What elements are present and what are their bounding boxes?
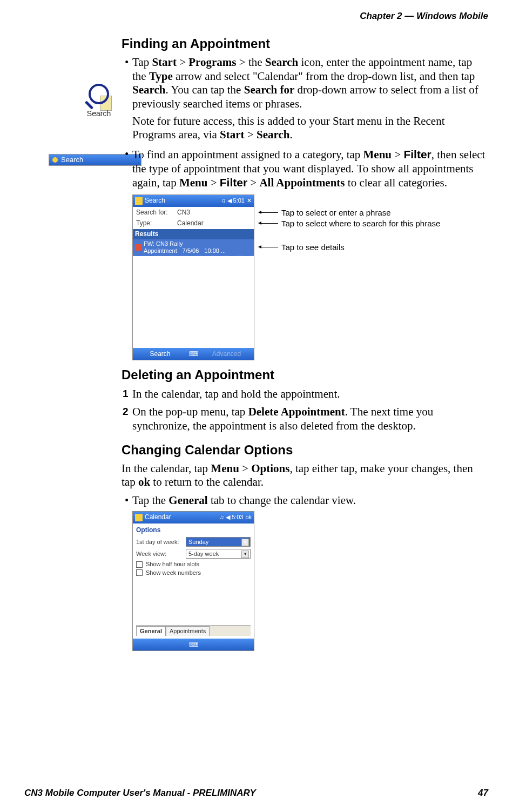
finding-bullet-2: • To find an appointment assigned to a c…: [132, 147, 488, 190]
ok-button[interactable]: ok: [245, 514, 252, 521]
type-label: Type:: [136, 219, 174, 227]
search-for-row[interactable]: Search for: CN3: [133, 207, 254, 218]
callout-where: Tap to select where to search for this p…: [281, 219, 440, 229]
keyboard-icon[interactable]: ⌨: [187, 350, 199, 358]
week-view-select[interactable]: 5-day week▾: [186, 549, 251, 559]
checkbox-icon[interactable]: [136, 561, 143, 568]
screenshot-titlebar: Search ♫ ◀ 5:01✕: [133, 195, 254, 207]
titlebar-status: ♫ ◀ 5:01: [221, 197, 245, 204]
result-row[interactable]: FW: CN3 Rally Appointment7/5/0610:00 ...: [133, 239, 254, 257]
changing-intro: In the calendar, tap Menu > Options, tap…: [122, 462, 488, 489]
footer-manual-title: CN3 Mobile Computer User's Manual - PREL…: [24, 788, 256, 799]
windows-flag-icon: [135, 514, 143, 521]
tab-appointments[interactable]: Appointments: [166, 626, 210, 636]
heading-finding: Finding an Appointment: [122, 36, 488, 51]
results-empty-area: [133, 256, 254, 348]
deleting-step-2: 2 On the pop-up menu, tap Delete Appoint…: [132, 405, 488, 433]
heading-changing: Changing Calendar Options: [122, 442, 488, 458]
softkey-bar: Search ⌨ Advanced: [133, 348, 254, 360]
first-day-of-week-row[interactable]: 1st day of week: Sunday▾: [136, 537, 251, 547]
search-screenshot: Search ♫ ◀ 5:01✕ Search for: CN3 Type: C…: [132, 194, 254, 361]
softkey-bar: ⌨: [133, 639, 254, 650]
close-icon[interactable]: ✕: [247, 197, 252, 204]
show-week-numbers-checkbox[interactable]: Show week numbers: [136, 569, 251, 576]
finding-note: Note for future access, this is added to…: [132, 115, 488, 142]
type-row[interactable]: Type: Calendar: [133, 218, 254, 229]
calendar-options-screenshot: Calendar ♫ ◀ 5:03ok Options 1st day of w…: [132, 511, 254, 651]
footer-page-number: 47: [478, 788, 488, 799]
options-tabs: General Appointments: [136, 625, 251, 636]
results-header: Results: [133, 229, 254, 239]
softkey-advanced[interactable]: Advanced: [199, 350, 254, 358]
search-program-icon: Search: [84, 84, 114, 118]
keyboard-icon[interactable]: ⌨: [187, 641, 199, 649]
start-menu-chip-label: Search: [61, 156, 83, 164]
calendar-item-icon: [135, 244, 141, 251]
titlebar-status: ♫ ◀ 5:03: [220, 514, 244, 521]
changing-bullet: • Tap the General tab to change the cale…: [132, 494, 488, 508]
titlebar-title: Calendar: [145, 513, 171, 521]
show-half-hour-checkbox[interactable]: Show half hour slots: [136, 561, 251, 568]
deleting-step-1: 1 In the calendar, tap and hold the appo…: [132, 387, 488, 401]
search-icon-caption: Search: [84, 109, 114, 118]
first-day-label: 1st day of week:: [136, 539, 183, 546]
callout-phrase: Tap to select or enter a phrase: [281, 208, 391, 218]
callout-details: Tap to see details: [281, 243, 345, 252]
search-glyph-icon: [52, 157, 58, 163]
finding-bullet-1: • Tap Start > Programs > the Search icon…: [132, 56, 488, 111]
dropdown-arrow-icon[interactable]: ▾: [241, 551, 249, 558]
screenshot-titlebar: Calendar ♫ ◀ 5:03ok: [133, 512, 254, 524]
heading-deleting: Deleting an Appointment: [122, 367, 488, 382]
first-day-select[interactable]: Sunday▾: [186, 537, 251, 547]
tab-general[interactable]: General: [136, 626, 166, 636]
page-header: Chapter 2 — Windows Mobile: [360, 11, 488, 22]
titlebar-title: Search: [145, 197, 165, 205]
search-for-value[interactable]: CN3: [177, 209, 251, 217]
type-value[interactable]: Calendar: [177, 219, 251, 227]
softkey-search[interactable]: Search: [133, 350, 187, 358]
checkbox-icon[interactable]: [136, 569, 143, 576]
search-for-label: Search for:: [136, 209, 174, 217]
dropdown-arrow-icon[interactable]: ▾: [241, 539, 249, 546]
week-view-label: Week view:: [136, 551, 183, 558]
options-heading: Options: [136, 526, 251, 534]
magnifying-glass-icon: [89, 84, 109, 104]
week-view-row[interactable]: Week view: 5-day week▾: [136, 549, 251, 559]
result-title: FW: CN3 Rally: [144, 240, 252, 247]
windows-flag-icon: [135, 197, 143, 205]
